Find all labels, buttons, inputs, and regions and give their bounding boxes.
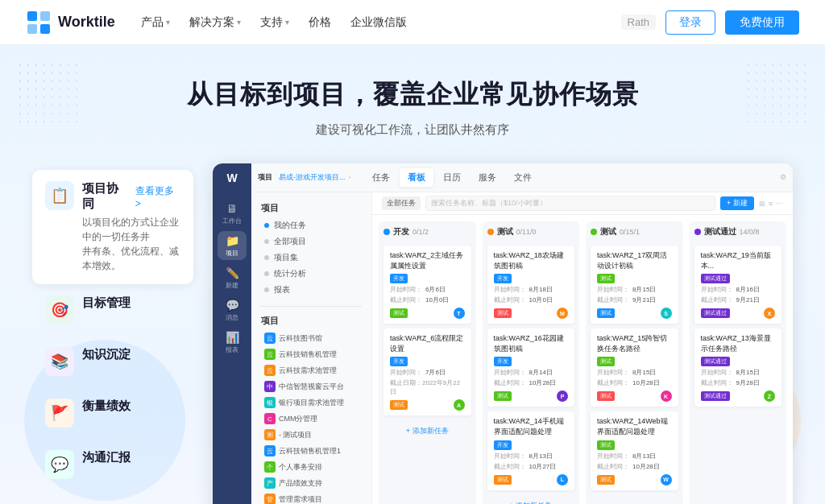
leftpanel-project-9[interactable]: 产 产品绩效支持 <box>261 475 362 491</box>
tab-task[interactable]: 任务 <box>364 168 398 187</box>
table-row[interactable]: task:WARZ_18农场建筑图初稿 开发 开始时间： 8月18日 截止时间： <box>487 246 575 324</box>
leftpanel-project-10[interactable]: 管 管理需求项目 <box>261 491 362 504</box>
leftpanel-project-8[interactable]: 个 个人事务安排 <box>261 459 362 475</box>
feature-desc-project: 以项目化的方式让企业中的一切任务井井有条、优化流程、减本增效。 <box>82 215 180 273</box>
leftpanel-project-6[interactable]: 测 - 测试项目 <box>261 427 362 443</box>
table-row[interactable]: task:WARZ_13海景显示任务路径 测试通过 开始时间： 8月15日 截止… <box>694 328 782 407</box>
view-icon-1[interactable]: ⊞ <box>759 200 765 208</box>
login-button[interactable]: 登录 <box>665 10 715 35</box>
table-row[interactable]: task:WARZ_14Web端界面适配问题处理 测试 开始时间： 8月13日 … <box>591 411 678 490</box>
card-date2-value: 10月28日 <box>632 378 660 387</box>
card-date2-label: 截止时间： <box>494 295 526 304</box>
feature-item-performance[interactable]: 🚩 衡量绩效 <box>32 387 193 439</box>
card-tag-row: 开发 <box>494 274 569 283</box>
leftpanel-project-0[interactable]: 云 云科技图书馆 <box>261 330 362 346</box>
table-row[interactable]: task:WARZ_17双周活动设计初稿 测试 开始时间： 8月15日 截止时间… <box>591 246 678 324</box>
table-row[interactable]: task:WARZ_14手机端界面适配问题处理 开发 开始时间： 8月13日 截… <box>487 411 575 490</box>
col-header-passed: 测试通过 14/0/8 <box>694 226 782 238</box>
card-date1-value: 8月18日 <box>529 285 553 294</box>
card-date2-label: 截止时间： <box>701 378 733 387</box>
view-icon-3[interactable]: ⋯ <box>776 200 783 208</box>
vsidebar-message[interactable]: 💬 消息 <box>218 295 247 324</box>
add-task-dev[interactable]: + 添加新任务 <box>406 423 449 439</box>
leftpanel-all-projects[interactable]: 全部项目 <box>261 233 362 250</box>
nav-pricing[interactable]: 价格 <box>309 15 331 30</box>
nav-links: 产品 ▾ 解决方案 ▾ 支持 ▾ 价格 企业微信版 <box>141 15 621 30</box>
feature-item-goal[interactable]: 🎯 目标管理 <box>32 284 193 336</box>
leftpanel-project-3[interactable]: 中 中信智慧视窗云平台 <box>261 378 362 395</box>
nav-support[interactable]: 支持 ▾ <box>260 15 289 30</box>
feature-item-knowledge[interactable]: 📚 知识沉淀 <box>32 336 193 387</box>
logo[interactable]: Worktile <box>26 10 115 35</box>
card-date1-row: 开始时间： 6月6日 <box>390 285 465 294</box>
leftpanel-project-4[interactable]: 银 银行项目需求池管理 <box>261 395 362 411</box>
nav-solution[interactable]: 解决方案 ▾ <box>189 15 241 30</box>
hero-subtitle: 建设可视化工作流，让团队井然有序 <box>0 122 825 138</box>
leftpanel-stats[interactable]: 统计分析 <box>261 266 362 282</box>
card-bottom-tag: 测试 <box>597 475 615 485</box>
col-dot-passed <box>694 229 701 235</box>
tab-service[interactable]: 服务 <box>471 168 504 187</box>
free-trial-button[interactable]: 免费使用 <box>725 10 799 35</box>
table-row[interactable]: task:WARZ_19当前版本... 测试通过 开始时间： 8月16日 截止时… <box>694 246 782 324</box>
vsidebar-create[interactable]: ✏️ 新建 <box>218 263 247 292</box>
feature-item-project[interactable]: 📋 项目协同 查看更多 > 以项目化的方式让企业中的一切任务井井有条、优化流程、… <box>32 170 193 284</box>
leftpanel-project-1[interactable]: 云 云科技销售机管理 <box>261 346 362 362</box>
view-icon-2[interactable]: ≡ <box>769 200 773 208</box>
knowledge-icon: 📚 <box>45 347 74 376</box>
dot-report-menu <box>264 287 269 292</box>
vsidebar-report[interactable]: 📊 报表 <box>218 328 247 357</box>
vsidebar-workbench[interactable]: 🖥 工作台 <box>218 199 247 228</box>
feature-title-row-knowledge: 知识沉淀 <box>82 347 131 362</box>
vsidebar-project[interactable]: 📁 项目 <box>218 231 247 260</box>
feature-title-row-goal: 目标管理 <box>82 295 131 311</box>
tab-file[interactable]: 文件 <box>506 168 540 187</box>
feature-list: 📋 项目协同 查看更多 > 以项目化的方式让企业中的一切任务井井有条、优化流程、… <box>32 163 193 504</box>
kanban-view-icons: ⊞ ≡ ⋯ <box>759 200 783 208</box>
table-row[interactable]: task:WARZ_6流程限定设置 开发 开始时间： 7月6日 截止日期：202… <box>383 328 471 415</box>
leftpanel-my-tasks[interactable]: 我的任务 <box>261 217 362 233</box>
nav-wechat[interactable]: 企业微信版 <box>350 15 407 30</box>
leftpanel-project-2[interactable]: 云 云科技需求池管理 <box>261 362 362 378</box>
card-bottom: 测试通过 Z <box>701 390 776 402</box>
add-task-test[interactable]: + 添加新任务 <box>509 498 552 504</box>
hero-content: 从目标到项目，覆盖企业常见协作场景 建设可视化工作流，让团队井然有序 <box>0 77 825 138</box>
leftpanel-project-set[interactable]: 项目集 <box>261 250 362 266</box>
hero-body: 📋 项目协同 查看更多 > 以项目化的方式让企业中的一切任务井井有条、优化流程、… <box>0 163 825 504</box>
card-avatar: T <box>454 308 465 319</box>
nav-product[interactable]: 产品 ▾ <box>141 15 170 30</box>
settings-icon[interactable]: ⚙ <box>780 173 786 181</box>
add-new-button[interactable]: + 新建 <box>720 196 754 210</box>
leftpanel-report-menu[interactable]: 报表 <box>261 282 362 298</box>
logo-icon <box>26 10 52 35</box>
card-date1-value: 8月16日 <box>736 285 760 294</box>
card-date2-value: 10月28日 <box>632 462 660 471</box>
card-tag-row: 开发 <box>390 274 465 283</box>
tab-calendar[interactable]: 日历 <box>435 168 469 187</box>
feature-link-project[interactable]: 查看更多 > <box>135 184 180 209</box>
card-date2-label: 截止时间： <box>701 295 733 304</box>
filter-tag[interactable]: 全部任务 <box>382 196 421 210</box>
tab-kanban[interactable]: 看板 <box>400 168 433 187</box>
card-bottom-tag: 测试 <box>494 391 512 401</box>
feature-title-row-project: 项目协同 查看更多 > <box>82 181 180 212</box>
col-dot-test2 <box>591 229 597 235</box>
card-tag: 开发 <box>494 357 512 366</box>
card-bottom-tag: 测试 <box>390 400 408 410</box>
table-row[interactable]: task:WARZ_15跨智切换任务名路径 测试 开始时间： 8月15日 截止时… <box>591 328 678 407</box>
card-date1-label: 开始时间： <box>701 368 733 377</box>
feature-item-report[interactable]: 💬 沟通汇报 <box>32 439 193 490</box>
card-tag: 测试 <box>597 274 615 283</box>
leftpanel-project-7[interactable]: 云 云科技销售机管理1 <box>261 443 362 459</box>
table-row[interactable]: task:WARZ_2主域任务属属性设置 开发 开始时间： 6月6日 截止时间： <box>383 246 471 324</box>
project-color-3: 中 <box>264 381 276 392</box>
col-title-test2: 测试 <box>600 226 616 238</box>
kanban-search[interactable]: 搜索任务名称、标题（$10/小时量） <box>425 196 715 211</box>
project-folder-icon: 📁 <box>226 234 239 247</box>
app-sidebar-logo: W <box>213 163 251 192</box>
card-avatar: S <box>661 308 672 319</box>
table-row[interactable]: task:WARZ_16花园建筑图初稿 开发 开始时间： 8月14日 截止时间： <box>487 328 575 407</box>
leftpanel-project-5[interactable]: C CMM分管理 <box>261 411 362 427</box>
card-date2-row: 截止时间： 10月0日 <box>494 295 569 304</box>
card-date1-label: 开始时间： <box>390 368 422 377</box>
